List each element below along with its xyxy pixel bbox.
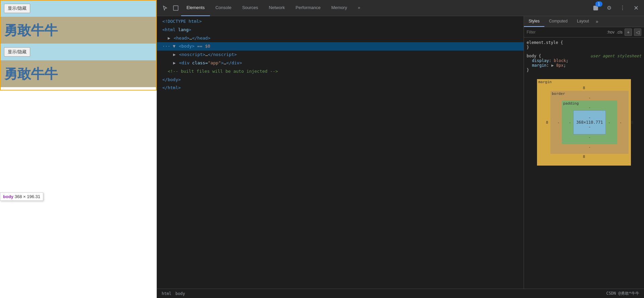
breadcrumb-bar: html body CSDN @勇敢*牛牛 [157,289,644,298]
style-selector-element: element.style { [527,40,641,45]
margin-left-value: 8 [544,120,550,125]
style-selector-body: body { user agent stylesheet [527,54,641,58]
margin-label: margin [538,80,552,84]
tab-console[interactable]: Console [210,0,237,16]
box-padding: padding - - - [562,101,617,144]
border-top-value: - [555,96,624,100]
html-line-noscript[interactable]: ▶ <noscript>…</noscript> [157,51,524,59]
padding-bottom-value: - [567,135,612,139]
devtools-toolbar: Elements Console Sources Network Perform… [157,0,644,16]
box-content: - 368×110.771 - [573,110,606,134]
style-rule-body: body { user agent stylesheet display: bl… [527,54,641,72]
style-close-body: } [527,68,641,72]
elements-panel: <!DOCTYPE html> <html lang> ▶ <head>…</h… [157,16,524,289]
devtools-main: <!DOCTYPE html> <html lang> ▶ <head>…</h… [157,16,644,289]
border-bottom-value: - [555,145,624,149]
breadcrumb-html[interactable]: html [160,291,173,297]
content-size: - 368×110.771 - [573,110,606,134]
filter-hov-label[interactable]: :hov [607,30,614,35]
content-dash-bottom: - [576,125,603,129]
notifications-icon[interactable]: 1 [590,3,601,13]
tab-computed[interactable]: Computed [544,16,572,27]
html-line-doctype[interactable]: <!DOCTYPE html> [157,17,524,26]
styles-content: element.style { } body { user agent styl… [524,38,644,289]
style-source-body: user agent stylesheet [590,54,641,58]
margin-top-value: 8 [544,86,624,90]
filter-shrink-button[interactable]: ◁ [634,28,641,36]
tab-performance[interactable]: Performance [290,0,326,16]
tooltip-size: 368 × 196.31 [15,194,40,199]
box-model-container: margin 8 8 border - - [527,76,641,168]
styles-filter-bar: :hov .cls + ◁ [524,27,644,38]
padding-right-value: - [606,120,612,125]
tab-styles[interactable]: Styles [524,16,544,27]
margin-right-value: 8 [629,120,635,125]
styles-tab-more[interactable]: » [594,16,600,27]
box-margin: margin 8 8 border - - [537,79,631,166]
html-line-body-close[interactable]: </body> [157,76,524,84]
breadcrumb-body[interactable]: body [173,291,187,297]
cursor-icon[interactable] [160,3,170,13]
filter-add-button[interactable]: + [625,28,632,36]
devtools-panel: Elements Console Sources Network Perform… [157,0,644,298]
style-property-margin: margin: ▶ 8px; [527,63,641,68]
html-line-html[interactable]: <html lang> [157,26,524,34]
settings-icon[interactable]: ⚙ [604,3,614,13]
style-close-element: } [527,45,641,50]
tab-memory[interactable]: Memory [326,0,353,16]
devtools-tab-list: Elements Console Sources Network Perform… [181,0,590,16]
box-model-diagram: margin 8 8 border - - [537,79,631,166]
toolbar-right: 1 ⚙ ⋮ ✕ [590,3,641,13]
border-sides: - padding - - [555,101,624,144]
more-options-icon[interactable]: ⋮ [617,3,628,13]
svg-rect-0 [173,6,178,10]
tab-layout[interactable]: Layout [572,16,594,27]
style-rule-element: element.style { } [527,40,641,50]
notification-badge: 1 [595,1,602,7]
tab-more[interactable]: » [353,0,366,16]
padding-top-value: - [567,105,612,110]
tab-elements[interactable]: Elements [181,0,210,16]
box-border: border - - padding - [550,91,629,154]
styles-tab-list: Styles Computed Layout » [524,16,644,27]
preview-panel: 显示/隐藏 勇敢牛牛 显示/隐藏 勇敢牛牛 body 368 × 196.31 [0,0,157,298]
margin-sides: 8 border - - [544,91,624,154]
inspect-icon[interactable] [170,3,181,13]
border-label: border [552,92,565,96]
style-property-display: display: block; [527,58,641,63]
padding-label: padding [563,101,579,106]
html-line-html-close[interactable]: </html> [157,84,524,92]
preview-outline [0,0,157,91]
styles-panel: Styles Computed Layout » :hov .cls + ◁ e… [524,16,644,289]
tab-network[interactable]: Network [264,0,290,16]
border-left-value: - [555,120,562,125]
filter-cls-label[interactable]: .cls [616,30,623,35]
border-right-value: - [617,120,624,125]
styles-filter-input[interactable] [527,30,605,35]
html-line-div-app[interactable]: ▶ <div class="app">…</div> [157,59,524,67]
margin-bottom-value: 8 [544,155,624,159]
content-dash-top: - [576,115,603,120]
padding-left-value: - [567,120,573,125]
content-dimensions: 368×110.771 [576,120,603,125]
html-line-body[interactable]: ··· ▼ <body> == $0 [157,42,524,51]
close-devtools-button[interactable]: ✕ [631,3,641,13]
html-line-comment[interactable]: <!-- built files will be auto injected -… [157,67,524,76]
status-credit: CSDN @勇敢*牛牛 [604,290,641,297]
html-line-head[interactable]: ▶ <head>…</head> [157,34,524,43]
tooltip-tag: body [3,194,13,199]
element-tooltip: body 368 × 196.31 [0,192,43,201]
padding-sides: - - 368×110.771 - [567,110,612,134]
tab-sources[interactable]: Sources [237,0,264,16]
